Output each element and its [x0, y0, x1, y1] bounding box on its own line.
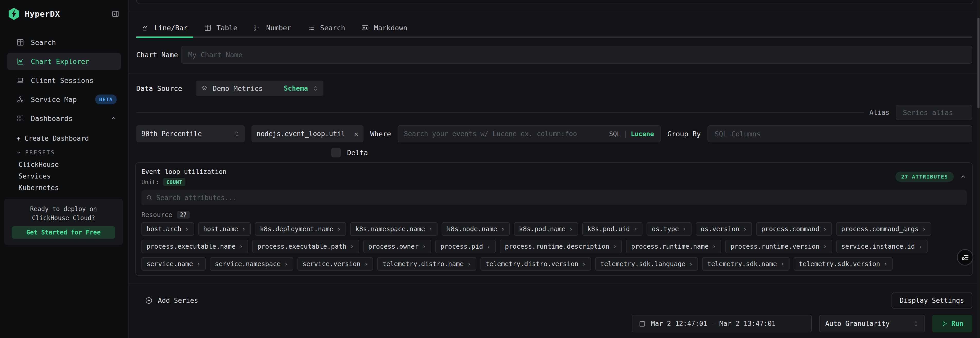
data-source-label: Data Source: [136, 84, 196, 92]
divider: [129, 284, 980, 284]
sidebar-item-service-map[interactable]: Service Map BETA: [7, 91, 121, 108]
add-series-button[interactable]: Add Series: [136, 297, 198, 305]
attribute-chip[interactable]: process.pid ›: [435, 240, 496, 253]
lucene-option[interactable]: Lucene: [631, 130, 654, 138]
search-icon: [146, 194, 153, 201]
where-label: Where: [370, 130, 391, 138]
attribute-chip[interactable]: service.namespace ›: [210, 257, 293, 271]
attribute-chip[interactable]: process.owner ›: [363, 240, 431, 253]
chevron-right-icon: ›: [239, 243, 243, 250]
tab-line-bar[interactable]: Line/Bar: [136, 19, 193, 38]
series-settings-floating-button[interactable]: [957, 249, 973, 265]
unit-value-badge: COUNT: [163, 178, 185, 186]
attribute-chip[interactable]: process.command_args ›: [836, 222, 931, 236]
page-scrollbar[interactable]: [977, 0, 980, 338]
attribute-chip[interactable]: k8s.pod.name ›: [514, 222, 578, 236]
list-icon: [308, 24, 315, 31]
chevron-right-icon: ›: [337, 225, 341, 233]
preset-item[interactable]: Services: [0, 170, 128, 182]
attribute-chip[interactable]: telemetry.distro.name ›: [377, 257, 476, 271]
preset-list: ClickHouse Services Kubernetes: [0, 159, 128, 194]
attribute-chip[interactable]: telemetry.sdk.language ›: [595, 257, 698, 271]
tab-search[interactable]: Search: [302, 19, 351, 38]
tab-number[interactable]: 123 Number: [248, 19, 297, 38]
attribute-chip[interactable]: process.executable.name ›: [142, 240, 248, 253]
tab-markdown[interactable]: Markdown: [356, 19, 413, 38]
where-search-wrap: SQL | Lucene: [398, 125, 661, 142]
attribute-chip[interactable]: k8s.pod.uid ›: [582, 222, 643, 236]
chevron-right-icon: ›: [428, 225, 433, 233]
where-search-input[interactable]: [398, 126, 609, 142]
scrollbar-thumb[interactable]: [977, 18, 980, 108]
chart-name-input[interactable]: [181, 46, 972, 64]
attribute-search: [142, 190, 967, 205]
attribute-chip[interactable]: process.runtime.version ›: [725, 240, 832, 253]
metric-title: Event loop utilization: [142, 168, 226, 175]
granularity-select[interactable]: Auto Granularity: [819, 315, 925, 332]
service-map-icon: [16, 95, 24, 103]
metric-tag[interactable]: nodejs.event_loop.util ✕: [251, 125, 364, 142]
sidebar-item-chart-explorer[interactable]: Chart Explorer: [7, 53, 121, 70]
series-alias-input[interactable]: [896, 105, 972, 120]
numbers-123-icon: 123: [254, 24, 261, 31]
sidebar-item-search[interactable]: Search: [7, 34, 121, 51]
chevron-right-icon: ›: [468, 260, 471, 268]
attribute-chip[interactable]: telemetry.sdk.version ›: [794, 257, 892, 271]
attribute-chip[interactable]: host.arch ›: [142, 222, 194, 236]
chevron-updown-icon: [913, 320, 919, 327]
chevron-right-icon: ›: [743, 225, 747, 233]
attribute-chip[interactable]: telemetry.sdk.name ›: [702, 257, 789, 271]
remove-metric-icon[interactable]: ✕: [354, 130, 358, 138]
attribute-chip[interactable]: service.instance.id ›: [836, 240, 928, 253]
attribute-chip[interactable]: process.command ›: [756, 222, 832, 236]
sidebar-item-client-sessions[interactable]: Client Sessions: [7, 72, 121, 89]
attribute-chip[interactable]: process.runtime.name ›: [626, 240, 721, 253]
attribute-chip-list: host.arch › host.name › k8s.deployment.n…: [142, 222, 967, 271]
chart-explorer-icon: [16, 57, 24, 65]
panel-header-left: Event loop utilization Unit: COUNT: [142, 168, 226, 186]
preset-item[interactable]: ClickHouse: [0, 159, 128, 170]
delta-checkbox[interactable]: [331, 148, 341, 157]
attribute-chip[interactable]: k8s.deployment.name ›: [255, 222, 346, 236]
promo-text: Ready to deploy on ClickHouse Cloud?: [12, 205, 115, 223]
collapse-attributes-icon[interactable]: [960, 173, 967, 180]
attribute-chip[interactable]: telemetry.distro.version ›: [480, 257, 591, 271]
chart-type-tabs: Line/Bar Table 123 Number Search Markdow…: [136, 19, 972, 38]
clickhouse-cloud-promo-card: Ready to deploy on ClickHouse Cloud? Get…: [4, 199, 123, 245]
preset-item[interactable]: Kubernetes: [0, 182, 128, 194]
tab-table[interactable]: Table: [199, 19, 243, 38]
chevron-right-icon: ›: [823, 225, 827, 233]
attribute-chip[interactable]: host.name ›: [198, 222, 251, 236]
attribute-chip[interactable]: k8s.node.name ›: [442, 222, 510, 236]
attribute-chip[interactable]: process.executable.path ›: [252, 240, 359, 253]
tab-label: Table: [216, 24, 237, 32]
sql-option[interactable]: SQL: [609, 130, 620, 138]
attribute-chip[interactable]: process.runtime.description ›: [500, 240, 622, 253]
sidebar-collapse-icon[interactable]: [111, 10, 119, 18]
presets-header[interactable]: PRESETS: [0, 149, 128, 156]
attribute-chip[interactable]: service.name ›: [142, 257, 206, 271]
attribute-search-input[interactable]: [156, 194, 962, 202]
panel-header: Event loop utilization Unit: COUNT 27 AT…: [142, 168, 967, 186]
display-settings-button[interactable]: Display Settings: [892, 292, 972, 308]
aggregation-select[interactable]: 90th Percentile: [136, 125, 245, 142]
attribute-chip[interactable]: os.version ›: [696, 222, 752, 236]
date-range-picker[interactable]: Mar 2 12:47:01 - Mar 2 13:47:01: [632, 315, 812, 332]
tab-label: Markdown: [374, 24, 407, 32]
presets-header-label: PRESETS: [25, 149, 55, 156]
get-started-button[interactable]: Get Started for Free: [12, 226, 115, 239]
data-source-select[interactable]: Demo Metrics Schema: [196, 81, 323, 96]
delta-label: Delta: [347, 149, 368, 157]
attribute-chip[interactable]: k8s.namespace.name ›: [350, 222, 438, 236]
chevron-down-icon: [16, 150, 22, 156]
attribute-chip[interactable]: service.version ›: [298, 257, 373, 271]
table-icon: [204, 24, 211, 31]
create-dashboard-button[interactable]: + Create Dashboard: [0, 135, 128, 142]
run-button[interactable]: Run: [932, 315, 972, 332]
attribute-chip[interactable]: os.type ›: [647, 222, 691, 236]
app-title: HyperDX: [25, 9, 107, 19]
group-by-input[interactable]: [708, 125, 972, 142]
schema-link[interactable]: Schema: [284, 84, 308, 92]
sidebar-item-dashboards[interactable]: Dashboards: [7, 110, 121, 127]
chart-name-row: Chart Name: [136, 46, 972, 64]
